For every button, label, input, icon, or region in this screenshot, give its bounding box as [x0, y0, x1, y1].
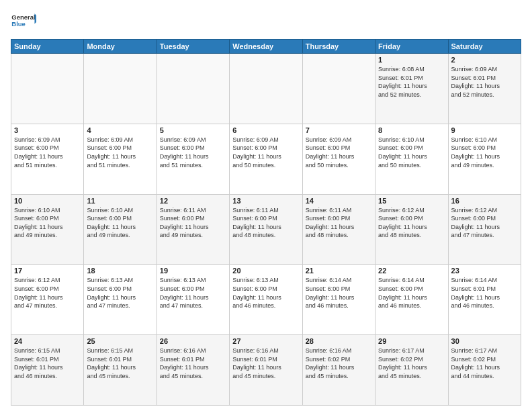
- day-number: 16: [451, 197, 518, 205]
- calendar-cell: 26Sunrise: 6:16 AM Sunset: 6:01 PM Dayli…: [157, 335, 229, 406]
- day-info: Sunrise: 6:15 AM Sunset: 6:01 PM Dayligh…: [87, 347, 153, 380]
- day-of-week-header: Sunday: [11, 40, 84, 54]
- day-number: 19: [160, 267, 226, 275]
- svg-text:Blue: Blue: [11, 20, 26, 28]
- day-info: Sunrise: 6:11 AM Sunset: 6:00 PM Dayligh…: [306, 206, 372, 240]
- day-info: Sunrise: 6:14 AM Sunset: 6:00 PM Dayligh…: [378, 276, 445, 310]
- day-number: 10: [14, 197, 81, 205]
- calendar-cell: 30Sunrise: 6:17 AM Sunset: 6:02 PM Dayli…: [448, 335, 521, 406]
- calendar-cell: 11Sunrise: 6:10 AM Sunset: 6:00 PM Dayli…: [84, 194, 157, 265]
- calendar-cell: 3Sunrise: 6:09 AM Sunset: 6:00 PM Daylig…: [11, 124, 84, 194]
- calendar-cell: 22Sunrise: 6:14 AM Sunset: 6:00 PM Dayli…: [375, 265, 448, 335]
- day-of-week-header: Saturday: [448, 40, 521, 54]
- day-number: 3: [14, 126, 81, 134]
- day-info: Sunrise: 6:16 AM Sunset: 6:01 PM Dayligh…: [232, 347, 299, 380]
- day-info: Sunrise: 6:09 AM Sunset: 6:00 PM Dayligh…: [160, 136, 226, 169]
- page: General Blue SundayMondayTuesdayWednesda…: [0, 0, 532, 411]
- day-number: 5: [160, 126, 226, 134]
- calendar-cell: [230, 54, 302, 124]
- day-info: Sunrise: 6:10 AM Sunset: 6:00 PM Dayligh…: [87, 206, 153, 240]
- day-info: Sunrise: 6:09 AM Sunset: 6:01 PM Dayligh…: [451, 65, 518, 99]
- day-info: Sunrise: 6:16 AM Sunset: 6:02 PM Dayligh…: [306, 347, 372, 380]
- calendar-cell: [157, 54, 229, 124]
- calendar-cell: [84, 54, 157, 124]
- day-number: 14: [306, 197, 372, 205]
- day-number: 6: [232, 126, 299, 134]
- day-info: Sunrise: 6:13 AM Sunset: 6:00 PM Dayligh…: [160, 276, 226, 310]
- calendar-cell: 23Sunrise: 6:14 AM Sunset: 6:01 PM Dayli…: [448, 265, 521, 335]
- calendar-cell: 7Sunrise: 6:09 AM Sunset: 6:00 PM Daylig…: [302, 124, 375, 194]
- day-number: 26: [160, 337, 226, 345]
- calendar-week-row: 17Sunrise: 6:12 AM Sunset: 6:00 PM Dayli…: [11, 265, 521, 335]
- day-number: 28: [306, 337, 372, 345]
- day-of-week-header: Tuesday: [157, 40, 229, 54]
- day-info: Sunrise: 6:11 AM Sunset: 6:00 PM Dayligh…: [232, 206, 299, 240]
- day-number: 23: [451, 267, 518, 275]
- day-info: Sunrise: 6:10 AM Sunset: 6:00 PM Dayligh…: [14, 206, 81, 240]
- header: General Blue: [11, 8, 521, 34]
- day-info: Sunrise: 6:16 AM Sunset: 6:01 PM Dayligh…: [160, 347, 226, 380]
- calendar-cell: 10Sunrise: 6:10 AM Sunset: 6:00 PM Dayli…: [11, 194, 84, 265]
- calendar-cell: 9Sunrise: 6:10 AM Sunset: 6:00 PM Daylig…: [448, 124, 521, 194]
- calendar-cell: 29Sunrise: 6:17 AM Sunset: 6:02 PM Dayli…: [375, 335, 448, 406]
- calendar-cell: 16Sunrise: 6:12 AM Sunset: 6:00 PM Dayli…: [448, 194, 521, 265]
- day-number: 24: [14, 337, 81, 345]
- calendar-cell: 20Sunrise: 6:13 AM Sunset: 6:00 PM Dayli…: [230, 265, 302, 335]
- day-number: 1: [378, 56, 445, 64]
- day-number: 21: [306, 267, 372, 275]
- day-info: Sunrise: 6:17 AM Sunset: 6:02 PM Dayligh…: [378, 347, 445, 380]
- day-number: 2: [451, 56, 518, 64]
- day-info: Sunrise: 6:09 AM Sunset: 6:00 PM Dayligh…: [232, 136, 299, 169]
- calendar-cell: 25Sunrise: 6:15 AM Sunset: 6:01 PM Dayli…: [84, 335, 157, 406]
- calendar-cell: 5Sunrise: 6:09 AM Sunset: 6:00 PM Daylig…: [157, 124, 229, 194]
- calendar-cell: 8Sunrise: 6:10 AM Sunset: 6:00 PM Daylig…: [375, 124, 448, 194]
- day-of-week-header: Wednesday: [230, 40, 302, 54]
- day-info: Sunrise: 6:10 AM Sunset: 6:00 PM Dayligh…: [378, 136, 445, 169]
- calendar-cell: 24Sunrise: 6:15 AM Sunset: 6:01 PM Dayli…: [11, 335, 84, 406]
- calendar-week-row: 24Sunrise: 6:15 AM Sunset: 6:01 PM Dayli…: [11, 335, 521, 406]
- day-info: Sunrise: 6:09 AM Sunset: 6:00 PM Dayligh…: [306, 136, 372, 169]
- day-info: Sunrise: 6:09 AM Sunset: 6:00 PM Dayligh…: [87, 136, 153, 169]
- day-info: Sunrise: 6:12 AM Sunset: 6:00 PM Dayligh…: [378, 206, 445, 240]
- calendar-cell: 17Sunrise: 6:12 AM Sunset: 6:00 PM Dayli…: [11, 265, 84, 335]
- calendar-header-row: SundayMondayTuesdayWednesdayThursdayFrid…: [11, 40, 521, 54]
- calendar-cell: 6Sunrise: 6:09 AM Sunset: 6:00 PM Daylig…: [230, 124, 302, 194]
- calendar-cell: 27Sunrise: 6:16 AM Sunset: 6:01 PM Dayli…: [230, 335, 302, 406]
- calendar-cell: 2Sunrise: 6:09 AM Sunset: 6:01 PM Daylig…: [448, 54, 521, 124]
- logo: General Blue: [11, 8, 36, 34]
- day-info: Sunrise: 6:08 AM Sunset: 6:01 PM Dayligh…: [378, 65, 445, 99]
- calendar-cell: 14Sunrise: 6:11 AM Sunset: 6:00 PM Dayli…: [302, 194, 375, 265]
- svg-text:General: General: [11, 13, 35, 21]
- day-info: Sunrise: 6:17 AM Sunset: 6:02 PM Dayligh…: [451, 347, 518, 380]
- day-number: 4: [87, 126, 153, 134]
- logo-svg: General Blue: [11, 8, 36, 34]
- day-number: 29: [378, 337, 445, 345]
- day-number: 12: [160, 197, 226, 205]
- day-info: Sunrise: 6:10 AM Sunset: 6:00 PM Dayligh…: [451, 136, 518, 169]
- calendar-cell: 21Sunrise: 6:14 AM Sunset: 6:00 PM Dayli…: [302, 265, 375, 335]
- day-number: 9: [451, 126, 518, 134]
- day-info: Sunrise: 6:14 AM Sunset: 6:00 PM Dayligh…: [306, 276, 372, 310]
- day-number: 18: [87, 267, 153, 275]
- calendar-cell: 15Sunrise: 6:12 AM Sunset: 6:00 PM Dayli…: [375, 194, 448, 265]
- day-info: Sunrise: 6:12 AM Sunset: 6:00 PM Dayligh…: [14, 276, 81, 310]
- day-of-week-header: Thursday: [302, 40, 375, 54]
- day-number: 13: [232, 197, 299, 205]
- day-number: 25: [87, 337, 153, 345]
- calendar-cell: 18Sunrise: 6:13 AM Sunset: 6:00 PM Dayli…: [84, 265, 157, 335]
- calendar-cell: 12Sunrise: 6:11 AM Sunset: 6:00 PM Dayli…: [157, 194, 229, 265]
- day-of-week-header: Friday: [375, 40, 448, 54]
- calendar-week-row: 1Sunrise: 6:08 AM Sunset: 6:01 PM Daylig…: [11, 54, 521, 124]
- day-info: Sunrise: 6:09 AM Sunset: 6:00 PM Dayligh…: [14, 136, 81, 169]
- day-number: 27: [232, 337, 299, 345]
- day-info: Sunrise: 6:11 AM Sunset: 6:00 PM Dayligh…: [160, 206, 226, 240]
- day-number: 30: [451, 337, 518, 345]
- day-number: 20: [232, 267, 299, 275]
- day-number: 7: [306, 126, 372, 134]
- calendar-cell: 4Sunrise: 6:09 AM Sunset: 6:00 PM Daylig…: [84, 124, 157, 194]
- day-number: 17: [14, 267, 81, 275]
- day-info: Sunrise: 6:13 AM Sunset: 6:00 PM Dayligh…: [232, 276, 299, 310]
- day-info: Sunrise: 6:12 AM Sunset: 6:00 PM Dayligh…: [451, 206, 518, 240]
- day-info: Sunrise: 6:14 AM Sunset: 6:01 PM Dayligh…: [451, 276, 518, 310]
- calendar-cell: 13Sunrise: 6:11 AM Sunset: 6:00 PM Dayli…: [230, 194, 302, 265]
